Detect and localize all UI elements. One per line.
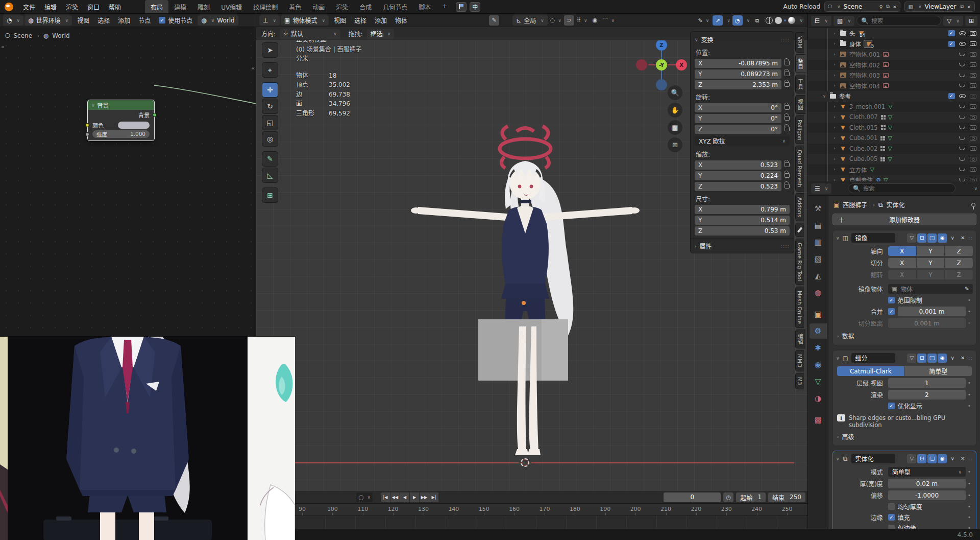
edit-mode-toggle[interactable]: ⊡ (917, 233, 926, 243)
extras-dropdown[interactable]: ∨ (948, 233, 957, 243)
playback-button[interactable]: ▶ (410, 492, 420, 502)
sidebar-tab[interactable]: 视图 (795, 95, 805, 114)
viewport-menu[interactable]: 视图 (330, 14, 350, 26)
item-name[interactable]: 头 (849, 29, 855, 37)
pin-icon[interactable] (971, 203, 975, 207)
camera-disabled-icon[interactable] (969, 104, 976, 109)
modifier-name-field[interactable]: 镜像 (851, 233, 895, 243)
mirror-modifier-header[interactable]: ∨ ◫ 镜像 ▽ ⊡ 🖵 ◉ ∨ ✕ :: (833, 230, 976, 245)
workspace-tab[interactable]: 雕刻 (192, 0, 215, 13)
shader-menu[interactable]: 添加 (114, 14, 134, 26)
eye-closed-icon[interactable] (959, 84, 966, 87)
expand-arrow[interactable]: › (831, 73, 838, 78)
filter-dropdown[interactable]: ▽∨ (943, 16, 963, 26)
camera-disabled-icon[interactable] (969, 62, 976, 67)
item-name[interactable]: 3_mesh.001 (849, 103, 885, 110)
camera-disabled-icon[interactable] (969, 178, 976, 181)
dimension-field[interactable]: Y0.514 m (695, 216, 790, 225)
outliner-row[interactable]: › 头 ▼14 ⚙ ▽ ✓ (808, 28, 980, 39)
sidebar-tab[interactable]: Quad Remesh (795, 146, 804, 191)
gizmo-negx-axis[interactable] (636, 59, 647, 71)
bisect-distance-field[interactable]: 0.001 m (888, 318, 966, 328)
location-field[interactable]: Z2.353 m (695, 80, 781, 89)
breadcrumb-modifier[interactable]: 实体化 (887, 200, 905, 209)
pan-hand-icon[interactable]: ✋ (668, 103, 682, 118)
outliner-row[interactable]: › ▼ 3_mesh.001 ▼ ⚙ ▽ ✓ (808, 102, 980, 112)
outliner-row[interactable]: › 空物体.003 ▼ ⚙ ▽ ✓ (808, 70, 980, 81)
workspace-tab[interactable]: 脚本 (413, 0, 436, 13)
axis-button[interactable]: Y (917, 246, 945, 256)
item-name[interactable]: 立方体 (849, 166, 867, 174)
color-socket[interactable] (85, 123, 89, 127)
search-input[interactable] (863, 185, 951, 192)
viewport-tool-button[interactable]: ↻ (262, 99, 278, 114)
checkbox-icon[interactable]: ✓ (948, 41, 955, 47)
offset-field[interactable]: -1.0000 (888, 490, 966, 500)
simple-button[interactable]: 简单型 (905, 366, 972, 376)
sidebar-tab[interactable]: Poliigon (795, 115, 804, 145)
playback-button[interactable]: |◀ (381, 492, 390, 502)
expand-arrow[interactable]: › (831, 41, 838, 46)
character-model[interactable] (398, 119, 653, 477)
playback-button[interactable]: ◀ (400, 492, 410, 502)
eye-closed-icon[interactable] (959, 74, 966, 77)
scale-field[interactable]: Y0.224 (695, 171, 781, 180)
mode-dropdown[interactable]: ▣物体模式∨ (281, 15, 329, 26)
viewport-tool-button[interactable]: ◱ (262, 115, 278, 130)
eye-closed-icon[interactable] (959, 126, 966, 129)
properties-tab[interactable]: ◭ (810, 268, 827, 284)
checkbox-icon[interactable]: ✓ (948, 93, 955, 99)
visibility-dropdown[interactable]: ✎∨ (696, 15, 710, 26)
show-on-cage-toggle[interactable]: ▽ (907, 354, 916, 363)
item-name[interactable]: Cloth.015 (849, 124, 878, 131)
lock-icon[interactable] (785, 173, 790, 178)
properties-mode-dropdown[interactable]: ☰∨ (811, 183, 831, 194)
playback-button[interactable]: ▶| (429, 492, 439, 502)
timeline-channels[interactable] (295, 516, 807, 530)
keying-set-dropdown[interactable]: ○∨ (356, 492, 373, 502)
topbar-menu[interactable]: 窗口 (83, 1, 104, 13)
sidebar-tab[interactable]: 工具 (795, 75, 805, 93)
properties-tab[interactable]: ▧ (810, 251, 827, 267)
expand-arrow[interactable]: › (831, 178, 838, 181)
axis-button[interactable]: X (888, 246, 916, 256)
output-socket[interactable] (153, 113, 157, 117)
outliner-row[interactable]: › 空物体.001 ▼ ⚙ ▽ ✓ (808, 49, 980, 60)
lock-icon[interactable] (785, 116, 790, 121)
show-on-cage-toggle[interactable]: ▽ (907, 454, 916, 463)
show-on-cage-toggle[interactable]: ▽ (907, 233, 916, 243)
gizmo-toggle[interactable]: ↗ (713, 15, 723, 26)
viewport-tool-button[interactable]: ⊞ (262, 187, 278, 203)
gizmo-x-axis[interactable]: X (676, 59, 687, 71)
rendered-shading-button[interactable] (788, 17, 795, 24)
outliner-row[interactable]: › ▼ 立方体 ▼ ⚙ ▽ ✓ (808, 165, 980, 175)
shader-menu[interactable]: 选择 (93, 14, 114, 26)
outliner-row[interactable]: › ▼ Cube.005 ▼ ⚙ ▽ ✓ (808, 154, 980, 165)
bisect-button[interactable]: X (888, 258, 916, 268)
expand-arrow[interactable]: › (831, 157, 838, 161)
ortho-grid-icon[interactable]: ⊞ (668, 137, 682, 152)
viewport-3d[interactable]: ⊥∨ ▣物体模式∨ 视图选择添加物体 ✎ ⊾全局∨ ◌∨ ⊃ ⠿∨ ◉ ⌒∨ ✎… (256, 14, 807, 491)
viewlayer-filter-dropdown[interactable]: ▧∨ (834, 16, 854, 26)
region-toggle-icon[interactable]: « (251, 65, 255, 72)
node-color-row[interactable]: 颜色 (88, 120, 154, 130)
node-canvas[interactable]: 🞅 Scene › ◍ World ∨背景 背景 颜色 (0, 27, 256, 336)
viewport-menu[interactable]: 物体 (391, 14, 411, 26)
workspace-tab[interactable]: 布局 (145, 0, 168, 13)
solidify-modifier-header[interactable]: ∨ ⧉ 实体化 ▽ ⊡ 🖵 ◉ ∨ ✕ :: (833, 451, 976, 466)
outliner-row[interactable]: › ▼ Cube.001 ▼ ⚙ ▽ ✓ (808, 133, 980, 144)
sidebar-tab[interactable]: MMD (795, 350, 804, 371)
mirror-data-section[interactable]: ›数据 (833, 329, 976, 341)
copy-icon[interactable]: ⧉ (886, 4, 890, 10)
lock-icon[interactable] (785, 105, 790, 110)
location-field[interactable]: X-0.087895 m (695, 59, 781, 68)
breadcrumb-object[interactable]: 西服裤子 (843, 200, 867, 209)
background-node[interactable]: ∨背景 背景 颜色 强度 1.000 (87, 100, 155, 141)
falloff-dropdown[interactable]: ⌒∨ (601, 15, 617, 26)
camera-view-icon[interactable]: ▦ (668, 120, 682, 135)
realtime-toggle[interactable]: 🖵 (927, 454, 937, 463)
blender-logo-icon[interactable] (5, 3, 13, 11)
viewport-tool-button[interactable]: ⌖ (262, 62, 278, 78)
wireframe-shading-button[interactable] (766, 17, 773, 24)
eye-icon[interactable] (959, 94, 966, 98)
